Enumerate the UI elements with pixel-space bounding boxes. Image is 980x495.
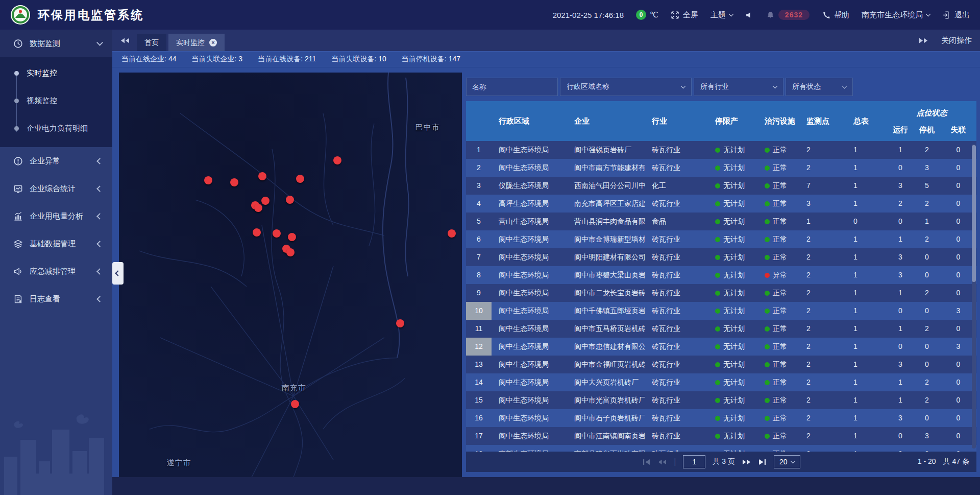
cell-region: 营山生态环境局	[492, 213, 567, 230]
sidebar-item-6[interactable]: 日志查看	[0, 285, 112, 313]
green-dot-icon	[765, 201, 770, 206]
sidebar-item-4[interactable]: 基础数据管理	[0, 230, 112, 257]
megaphone-icon	[13, 267, 23, 276]
next-page-button[interactable]	[742, 459, 751, 465]
map-canvas[interactable]: 巴中市南充市遂宁市	[119, 73, 462, 477]
table-row[interactable]: 4高坪生态环境局南充市高坪区王家店建砖瓦行业无计划正常31220	[466, 195, 976, 213]
sidebar-item-2[interactable]: 企业综合统计	[0, 175, 112, 202]
tabs-scroll-left-button[interactable]	[120, 37, 130, 44]
cell-index: 7	[466, 248, 492, 266]
tab-realtime-monitor[interactable]: 实时监控 ×	[168, 34, 225, 51]
logout-button[interactable]: 退出	[942, 10, 970, 20]
theme-dropdown[interactable]: 主题	[710, 10, 733, 20]
map-pin[interactable]	[291, 400, 299, 408]
sidebar-subitem-视频监控[interactable]: 视频监控	[0, 87, 112, 114]
green-dot-icon	[765, 183, 770, 188]
cell-facility-status: 正常	[757, 338, 799, 356]
page-size-select[interactable]: 20	[774, 455, 800, 468]
green-dot-icon	[715, 434, 720, 439]
sidebar-subitem-实时监控[interactable]: 实时监控	[0, 59, 112, 87]
sidebar-item-5[interactable]: 应急减排管理	[0, 257, 112, 285]
name-filter-input[interactable]	[466, 78, 558, 96]
table-row[interactable]: 2阆中生态环境局阆中市南方节能建材有砖瓦行业无计划正常21030	[466, 159, 976, 177]
prev-page-button[interactable]	[658, 459, 667, 465]
help-button[interactable]: 帮助	[822, 10, 849, 20]
cell-index: 12	[466, 338, 492, 356]
first-page-button[interactable]	[642, 459, 651, 465]
map-pin[interactable]	[230, 178, 238, 186]
table-row[interactable]: 15阆中生态环境局阆中市光富页岩机砖厂砖瓦行业无计划正常21120	[466, 391, 976, 409]
sidebar-collapse-button[interactable]	[112, 262, 124, 285]
last-page-button[interactable]	[758, 459, 767, 465]
sidebar-item-0[interactable]: 数据监测	[0, 30, 112, 57]
map-pin[interactable]	[286, 248, 295, 256]
table-row[interactable]: 1阆中生态环境局阆中强锐页岩砖厂砖瓦行业无计划正常21120	[466, 141, 976, 159]
content-area: 首页 实时监控 × 关闭操作 当前在线企业:44当前失联企业:3当前在线设备:2…	[112, 30, 980, 495]
fullscreen-button[interactable]: 全屏	[671, 10, 698, 20]
bottom-band	[112, 477, 980, 495]
notification-button[interactable]: 2632	[766, 10, 810, 20]
cell-company: 阆中市金博瑞新型墙材	[567, 230, 645, 248]
table-row[interactable]: 16阆中生态环境局阆中市石子页岩机砖厂砖瓦行业无计划正常21300	[466, 409, 976, 427]
map-pin[interactable]	[333, 156, 341, 164]
tab-home[interactable]: 首页	[137, 34, 166, 51]
cell-lost: 0	[940, 356, 976, 373]
table-row[interactable]: 9阆中生态环境局阆中市二龙长宝页岩砖砖瓦行业无计划正常21120	[466, 284, 976, 302]
close-operations-button[interactable]: 关闭操作	[941, 36, 972, 45]
cell-index: 1	[466, 141, 492, 159]
cell-facility-status: 正常	[757, 320, 799, 338]
table-row[interactable]: 7阆中生态环境局阆中明阳建材有限公司砖瓦行业无计划正常21300	[466, 248, 976, 266]
map-pin[interactable]	[396, 319, 404, 327]
close-tab-icon[interactable]: ×	[209, 39, 217, 46]
industry-filter-select[interactable]: 所有行业	[694, 78, 783, 96]
table-row[interactable]: 8阆中生态环境局阆中市枣碧大梁山页岩砖瓦行业无计划异常21300	[466, 266, 976, 284]
green-dot-icon	[715, 362, 720, 367]
map-pin[interactable]	[204, 176, 212, 184]
sidebar-item-label: 数据监测	[30, 39, 97, 49]
table-row[interactable]: 6阆中生态环境局阆中市金博瑞新型墙材砖瓦行业无计划正常21120	[466, 230, 976, 248]
table-row[interactable]: 12阆中生态环境局阆中市忠信建材有限公砖瓦行业无计划正常21003	[466, 338, 976, 356]
table-row[interactable]: 3仪陇生态环境局西南油气田分公司川中化工无计划正常71350	[466, 177, 976, 195]
map-pin[interactable]	[273, 229, 281, 238]
cell-points: 2	[799, 266, 846, 284]
table-row[interactable]: 5营山生态环境局营山县润丰肉食品有限食品无计划正常10010	[466, 213, 976, 230]
status-filter-select[interactable]: 所有状态	[786, 78, 853, 96]
map-pin[interactable]	[286, 196, 294, 204]
scrollbar-thumb[interactable]	[972, 145, 976, 282]
map-pin[interactable]	[253, 228, 261, 237]
cell-region: 阆中生态环境局	[492, 320, 567, 338]
map-pin[interactable]	[258, 172, 266, 180]
chevron-left-icon	[96, 158, 103, 164]
map-city-label: 巴中市	[415, 122, 440, 132]
sidebar-item-1[interactable]: 企业异常	[0, 147, 112, 175]
table-row[interactable]: 10阆中生态环境局阆中千佛镇五郎垭页岩砖瓦行业无计划正常21003	[466, 302, 976, 320]
table-row[interactable]: 14阆中生态环境局阆中大兴页岩机砖厂砖瓦行业无计划正常21120	[466, 373, 976, 391]
speaker-button[interactable]	[745, 11, 754, 19]
map-pin[interactable]	[288, 233, 296, 241]
cell-industry: 砖瓦行业	[645, 141, 708, 159]
sidebar-item-3[interactable]: 企业用电量分析	[0, 202, 112, 230]
table-row[interactable]: 13阆中生态环境局阆中市金福旺页岩机砖砖瓦行业无计划正常21300	[466, 356, 976, 373]
status-label: 当前失联设备:	[331, 55, 376, 63]
cell-industry: 砖瓦行业	[645, 230, 708, 248]
org-dropdown[interactable]: 南充市生态环境局	[862, 10, 930, 20]
map-pin[interactable]	[448, 229, 456, 238]
page-number-input[interactable]	[683, 455, 705, 468]
cell-company: 阆中大兴页岩机砖厂	[567, 373, 645, 391]
map-pin[interactable]	[254, 204, 262, 212]
cell-stop: 0	[914, 266, 940, 284]
table-scrollbar[interactable]	[972, 144, 976, 449]
sidebar-subitem-企业电力负荷明细[interactable]: 企业电力负荷明细	[0, 114, 112, 142]
map-pin[interactable]	[261, 197, 270, 205]
cell-facility-status: 正常	[757, 356, 799, 373]
cell-stop: 3	[914, 427, 940, 445]
table-row[interactable]: 17阆中生态环境局阆中市江南镇阆南页岩砖瓦行业无计划正常21030	[466, 427, 976, 445]
cell-industry: 砖瓦行业	[645, 159, 708, 177]
map-pin[interactable]	[296, 175, 304, 183]
tabs-scroll-right-button[interactable]	[919, 37, 928, 44]
table-row[interactable]: 11阆中生态环境局阆中市五马桥页岩机砖砖瓦行业无计划正常21120	[466, 320, 976, 338]
col-header-facility: 治污设施	[757, 101, 799, 141]
green-dot-icon	[765, 219, 770, 224]
region-filter-select[interactable]: 行政区域名称	[560, 78, 692, 96]
cell-industry: 砖瓦行业	[645, 391, 708, 409]
